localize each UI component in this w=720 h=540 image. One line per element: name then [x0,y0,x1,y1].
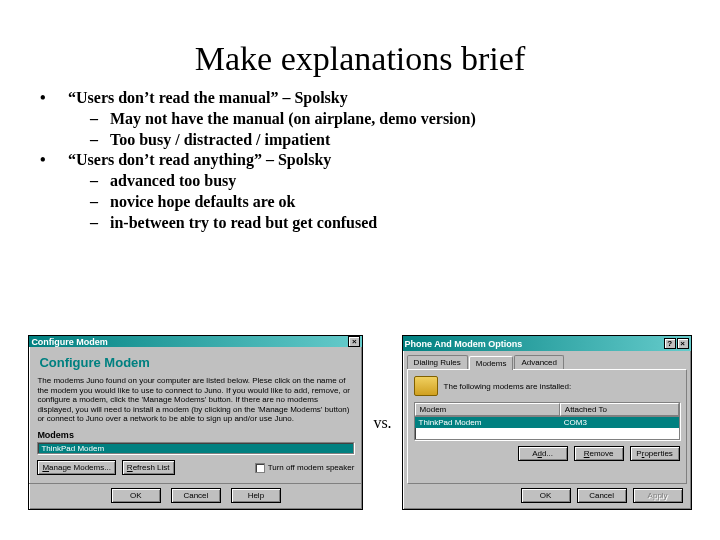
bullet-item: Too busy / distracted / impatient [90,130,680,151]
tab-modems[interactable]: Modems [469,356,514,370]
modem-icon [414,376,438,396]
tab-dialing-rules[interactable]: Dialing Rules [407,355,468,369]
bullet-item: advanced too busy [90,171,680,192]
slide-title: Make explanations brief [40,40,680,78]
dialog-header: Configure Modem [39,355,354,370]
help-icon[interactable]: ? [664,338,676,349]
slide: Make explanations brief “Users don’t rea… [0,0,720,540]
dialog-comparison: Configure Modem × Configure Modem The mo… [10,335,710,510]
bullet-item: novice hope defaults are ok [90,192,680,213]
close-icon[interactable]: × [348,336,360,347]
speaker-checkbox[interactable]: Turn off modem speaker [255,463,355,473]
panel-caption: The following modems are installed: [444,382,572,391]
modems-label: Modems [37,430,354,440]
column-header-attached[interactable]: Attached To [560,403,679,416]
add-button[interactable]: Add... [518,446,568,461]
modem-listview[interactable]: Modem Attached To ThinkPad Modem COM3 [414,402,680,440]
cancel-button[interactable]: Cancel [171,488,221,503]
bullet-item: in-between try to read but get confused [90,213,680,234]
list-row[interactable]: ThinkPad Modem COM3 [415,417,679,428]
titlebar: Configure Modem × [29,336,362,347]
properties-button[interactable]: Properties [630,446,680,461]
column-header-modem[interactable]: Modem [415,403,560,416]
manage-modems-button[interactable]: Manage Modems... [37,460,115,475]
cell-modem: ThinkPad Modem [415,418,560,427]
vs-label: vs. [369,414,395,432]
selected-modem: ThinkPad Modem [41,444,104,453]
remove-button[interactable]: Remove [574,446,624,461]
tab-bar: Dialing Rules Modems Advanced [407,355,691,369]
ok-button[interactable]: OK [521,488,571,503]
dialog-body: Configure Modem The modems Juno found on… [29,347,362,479]
window-title: Phone And Modem Options [405,339,523,349]
refresh-list-button[interactable]: Refresh List [122,460,175,475]
bullet-item: “Users don’t read anything” – Spolsky [40,150,680,171]
help-button[interactable]: Help [231,488,281,503]
tab-advanced[interactable]: Advanced [514,355,564,369]
titlebar: Phone And Modem Options ? × [403,336,691,351]
dialog-description: The modems Juno found on your computer a… [37,376,354,424]
checkbox-label: Turn off modem speaker [268,463,355,472]
ok-button[interactable]: OK [111,488,161,503]
close-icon[interactable]: × [677,338,689,349]
bullet-item: May not have the manual (on airplane, de… [90,109,680,130]
bullet-list: “Users don’t read the manual” – Spolsky … [40,88,680,234]
checkbox-icon [255,463,265,473]
configure-modem-dialog: Configure Modem × Configure Modem The mo… [28,335,363,510]
apply-button: Apply [633,488,683,503]
cell-port: COM3 [560,418,679,427]
phone-modem-options-dialog: Phone And Modem Options ? × Dialing Rule… [402,335,692,510]
bullet-item: “Users don’t read the manual” – Spolsky [40,88,680,109]
window-title: Configure Modem [31,337,108,347]
modem-listbox[interactable]: ThinkPad Modem [37,442,354,454]
cancel-button[interactable]: Cancel [577,488,627,503]
tab-panel: The following modems are installed: Mode… [407,369,687,484]
